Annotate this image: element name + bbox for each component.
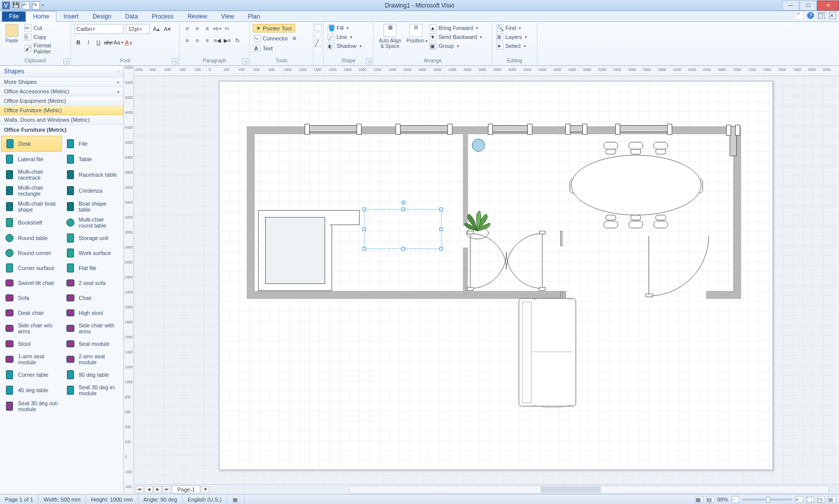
send-backward-button[interactable]: ▼Send Backward▾ <box>428 33 483 41</box>
cut-button[interactable]: ✂Cut <box>23 24 67 32</box>
align-center-button[interactable]: ≡ <box>193 36 202 45</box>
new-page-button[interactable]: ✚ <box>201 486 209 493</box>
line-button[interactable]: ／Line▾ <box>327 33 353 41</box>
font-color-button[interactable]: A▾ <box>124 38 133 47</box>
italic-button[interactable]: I <box>84 38 93 47</box>
maximize-button[interactable]: ☐ <box>800 0 817 10</box>
wall[interactable] <box>560 231 562 246</box>
door-shape[interactable] <box>644 231 729 301</box>
drawing-page[interactable] <box>219 81 773 470</box>
desk-shape[interactable] <box>330 210 360 225</box>
shape-item[interactable]: Seat 30 deg in-module <box>62 382 123 398</box>
undo-icon[interactable]: ↶ <box>22 1 30 9</box>
shape-item[interactable]: File <box>62 136 123 152</box>
resize-handle[interactable] <box>402 247 405 251</box>
tab-file[interactable]: File <box>2 11 25 21</box>
align-left-button[interactable]: ≡ <box>183 36 192 45</box>
shape-item[interactable]: Multi-chair boat shape <box>1 199 62 215</box>
shape-item[interactable]: High stool <box>62 305 123 320</box>
minimize-button[interactable]: — <box>782 0 799 10</box>
first-page-button[interactable]: ⏮ <box>136 486 144 493</box>
switch-windows-button[interactable]: ⊞ <box>828 496 836 503</box>
window-shape[interactable] <box>491 125 529 132</box>
shape-item[interactable]: Corner surface <box>1 260 62 275</box>
tab-home[interactable]: Home <box>25 11 56 22</box>
text-direction-button[interactable]: A↕ <box>223 24 232 33</box>
zoom-in-button[interactable]: + <box>795 496 803 503</box>
shape-item[interactable]: 2 seat sofa <box>62 275 123 290</box>
ellipse-shape-icon[interactable] <box>315 32 322 39</box>
line-shape-icon[interactable]: ╱ <box>315 40 322 47</box>
stencil-bar[interactable]: Office Equipment (Metric) <box>0 96 123 106</box>
clipboard-launcher-icon[interactable]: ↘ <box>63 58 69 64</box>
decrease-font-icon[interactable]: A▾ <box>163 24 172 33</box>
page-tab[interactable]: Page-1 <box>172 486 200 494</box>
next-page-button[interactable]: ▶ <box>154 486 162 493</box>
resize-handle[interactable] <box>439 208 443 211</box>
last-page-button[interactable]: ⏭ <box>163 486 171 493</box>
shape-item[interactable]: 45 deg table <box>1 382 62 398</box>
shape-item[interactable]: Work surface <box>62 246 123 260</box>
tab-plan[interactable]: Plan <box>241 11 267 21</box>
auto-align-button[interactable]: ▦ Auto Align & Space <box>377 24 404 49</box>
connector-button[interactable]: ⤷Connector <box>254 35 288 42</box>
zoom-slider-knob[interactable] <box>766 497 770 503</box>
normal-view-icon[interactable]: ▤ <box>706 496 714 503</box>
pan-zoom-button[interactable]: ◳ <box>817 496 825 503</box>
wall[interactable] <box>247 126 255 299</box>
tab-insert[interactable]: Insert <box>56 11 85 21</box>
shape-item[interactable]: Seat 30 deg out-module <box>1 398 62 414</box>
tab-process[interactable]: Process <box>145 11 180 21</box>
tab-design[interactable]: Design <box>85 11 118 21</box>
shape-item[interactable]: Flat file <box>62 260 123 275</box>
resize-handle[interactable] <box>402 208 405 211</box>
close-button[interactable]: ✕ <box>817 0 839 10</box>
shape-item[interactable]: Bookshelf <box>1 215 62 231</box>
hscrollbar[interactable] <box>349 486 829 494</box>
decrease-indent-button[interactable]: ≡◀ <box>213 36 222 45</box>
shape-item[interactable]: Desk chair <box>1 305 62 320</box>
change-case-button[interactable]: Aa▾ <box>114 38 123 47</box>
increase-font-icon[interactable]: A▴ <box>152 24 161 33</box>
increase-indent-button[interactable]: ▶≡ <box>223 36 232 45</box>
bring-forward-button[interactable]: ▲Bring Forward▾ <box>428 24 483 32</box>
bold-button[interactable]: B <box>74 38 83 47</box>
position-button[interactable]: ⊞ Position▾ <box>407 24 425 43</box>
window-shape[interactable] <box>730 126 737 156</box>
shape-item[interactable]: Multi-chair racetrack <box>1 167 62 183</box>
window-shape[interactable] <box>619 125 669 132</box>
macro-record-button[interactable]: ▦ <box>227 495 245 504</box>
shape-item[interactable]: Multi-chair rectangle <box>1 183 62 199</box>
shapes-collapse-icon[interactable]: ‹ <box>118 69 119 74</box>
stencil-bar[interactable]: Office Accessories (Metric)▴ <box>0 87 123 96</box>
shape-item[interactable]: Boat shape table <box>62 199 123 215</box>
presentation-view-icon[interactable]: ▦ <box>695 496 703 503</box>
shape-item[interactable]: Lateral file <box>1 152 62 167</box>
pointer-tool-button[interactable]: ➤Pointer Tool <box>253 24 295 32</box>
shape-item[interactable]: Round table <box>1 231 62 246</box>
more-shapes-button[interactable]: More Shapes ▸ <box>0 77 123 87</box>
rotate-text-button[interactable]: ↻ <box>233 36 242 45</box>
shape-item[interactable]: Round corner <box>1 246 62 260</box>
doc-close-icon[interactable]: ✕ <box>829 12 836 19</box>
resize-handle[interactable] <box>439 228 443 231</box>
align-middle-button[interactable]: ≡ <box>193 24 202 33</box>
hscrollbar-thumb[interactable] <box>541 487 601 493</box>
bullets-button[interactable]: •≡▾ <box>213 24 222 33</box>
align-bottom-button[interactable]: ≡ <box>203 24 212 33</box>
help-icon[interactable]: ? <box>807 12 814 19</box>
tab-review[interactable]: Review <box>180 11 214 21</box>
door-shape[interactable] <box>466 229 546 293</box>
strike-button[interactable]: abc <box>104 38 113 47</box>
ribbon-minimize-icon[interactable]: ⌃ <box>796 12 803 19</box>
resize-handle[interactable] <box>363 208 366 211</box>
zoom-out-button[interactable]: − <box>731 496 739 503</box>
round-table-shape[interactable] <box>472 139 485 152</box>
save-icon[interactable]: 💾 <box>12 1 20 9</box>
paragraph-launcher-icon[interactable]: ↘ <box>242 58 248 64</box>
rectangle-shape-icon[interactable] <box>315 24 322 31</box>
shape-item[interactable]: Corner table <box>1 367 62 382</box>
shape-item[interactable]: Seat module <box>62 336 123 351</box>
shape-item[interactable]: Side chair w/o arms <box>1 320 62 336</box>
fill-button[interactable]: 🪣Fill▾ <box>327 24 350 32</box>
